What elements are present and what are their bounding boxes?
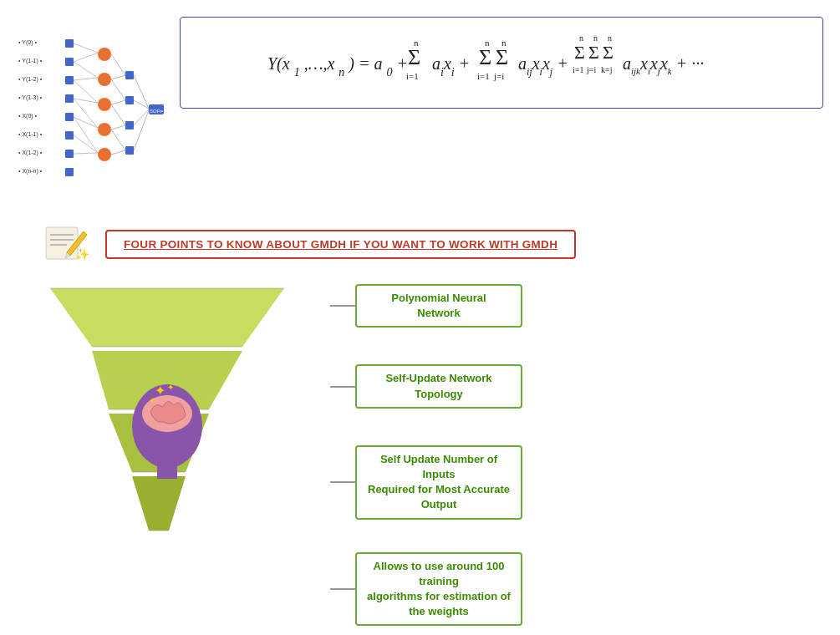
banner-section: ✨ FOUR POINTS TO KNOW ABOUT GMDH IF YOU … bbox=[17, 223, 823, 265]
funnel-label-4: Allows to use around 100 training algori… bbox=[355, 552, 522, 627]
svg-text:i=1: i=1 bbox=[477, 71, 490, 81]
funnel-label-2: Self-Update Network Topology bbox=[355, 364, 522, 408]
svg-line-29 bbox=[74, 78, 98, 80]
svg-text:SOFt•: SOFt• bbox=[150, 109, 163, 114]
svg-marker-82 bbox=[132, 476, 186, 531]
svg-rect-8 bbox=[65, 39, 74, 48]
svg-text:✨: ✨ bbox=[75, 247, 90, 262]
svg-text:• X(n-n) •: • X(n-n) • bbox=[18, 168, 43, 175]
svg-rect-15 bbox=[65, 168, 74, 176]
svg-rect-72 bbox=[46, 227, 78, 259]
svg-text:i=1: i=1 bbox=[406, 71, 419, 81]
svg-line-47 bbox=[134, 100, 149, 109]
svg-text:• X(1-1) •: • X(1-1) • bbox=[18, 131, 43, 138]
banner-link[interactable]: FOUR POINTS TO KNOW ABOUT GMDH IF YOU WA… bbox=[105, 230, 576, 259]
svg-text:✦: ✦ bbox=[149, 396, 155, 405]
svg-text:• Y(1-2) •: • Y(1-2) • bbox=[18, 76, 43, 83]
label-row-1: Polynomial Neural Network bbox=[330, 284, 522, 328]
svg-line-30 bbox=[74, 62, 98, 78]
svg-line-40 bbox=[111, 79, 125, 100]
svg-marker-79 bbox=[50, 288, 284, 347]
svg-line-39 bbox=[111, 75, 125, 79]
top-section: • Y(0) • • Y(1-1) • • Y(1-2) • • Y(1-3) … bbox=[17, 17, 823, 208]
svg-text:• Y(1-3) •: • Y(1-3) • bbox=[18, 94, 43, 101]
svg-text:Σ: Σ bbox=[496, 45, 508, 69]
funnel-labels: Polynomial Neural Network Self-Update Ne… bbox=[330, 280, 522, 626]
svg-text:aijxixj
           +: aijxixj + bbox=[518, 54, 568, 78]
formula-box: Y(x 1 ,…,x n ) = a 0 + n Σ i=1 aixi + n bbox=[180, 17, 823, 109]
svg-text:Y(x
          1
          ,…,x: Y(x 1 ,…,x n ) = a 0 + bbox=[267, 54, 408, 79]
svg-rect-89 bbox=[157, 462, 177, 479]
svg-text:j=i: j=i bbox=[586, 65, 596, 74]
svg-rect-9 bbox=[65, 58, 74, 66]
svg-point-16 bbox=[98, 48, 111, 61]
svg-line-49 bbox=[134, 110, 149, 150]
svg-line-34 bbox=[74, 99, 98, 128]
svg-text:• X(0) •: • X(0) • bbox=[18, 113, 38, 119]
note-icon: ✨ bbox=[42, 223, 92, 265]
svg-text:aixi
           +: aixi + bbox=[432, 54, 470, 79]
svg-rect-24 bbox=[125, 146, 134, 155]
svg-text:Σ: Σ bbox=[479, 45, 491, 69]
svg-point-20 bbox=[98, 148, 111, 161]
svg-text:✦: ✦ bbox=[155, 384, 165, 398]
page-container: • Y(0) • • Y(1-1) • • Y(1-2) • • Y(1-3) … bbox=[0, 0, 840, 635]
svg-text:j=i: j=i bbox=[493, 71, 504, 81]
svg-line-42 bbox=[111, 104, 125, 125]
svg-line-35 bbox=[74, 135, 98, 153]
svg-line-38 bbox=[111, 54, 125, 75]
svg-text:Σ: Σ bbox=[574, 42, 585, 63]
svg-point-17 bbox=[98, 73, 111, 86]
svg-rect-14 bbox=[65, 150, 74, 158]
svg-line-41 bbox=[111, 100, 125, 104]
svg-text:Σ: Σ bbox=[603, 42, 613, 63]
svg-text:Σ: Σ bbox=[408, 45, 420, 69]
funnel-container: ✦ ✦ ✦ bbox=[25, 280, 326, 535]
svg-text:• X(1-2) •: • X(1-2) • bbox=[18, 150, 43, 156]
svg-point-19 bbox=[98, 123, 111, 136]
funnel-label-1: Polynomial Neural Network bbox=[355, 284, 522, 328]
svg-point-18 bbox=[98, 98, 111, 111]
svg-line-48 bbox=[134, 109, 149, 125]
svg-line-45 bbox=[111, 150, 125, 155]
funnel-section: ✦ ✦ ✦ Polynomial Neural Network Self-Upd… bbox=[17, 280, 823, 626]
svg-text:• Y(1-1) •: • Y(1-1) • bbox=[18, 58, 43, 64]
label-row-4: Allows to use around 100 training algori… bbox=[330, 552, 522, 627]
svg-rect-12 bbox=[65, 113, 74, 121]
svg-text:✦: ✦ bbox=[167, 383, 174, 392]
svg-text:• Y(0) •: • Y(0) • bbox=[18, 39, 37, 46]
svg-line-37 bbox=[74, 153, 98, 154]
svg-rect-23 bbox=[125, 121, 134, 130]
nn-diagram: • Y(0) • • Y(1-1) • • Y(1-2) • • Y(1-3) … bbox=[17, 21, 171, 208]
svg-rect-22 bbox=[125, 96, 134, 104]
svg-line-46 bbox=[134, 75, 149, 109]
funnel-label-3: Self Update Number of Inputs Required fo… bbox=[355, 445, 522, 520]
svg-text:Σ: Σ bbox=[588, 42, 599, 63]
svg-line-43 bbox=[111, 125, 125, 130]
svg-rect-11 bbox=[65, 94, 74, 103]
svg-line-27 bbox=[74, 43, 98, 53]
label-row-2: Self-Update Network Topology bbox=[330, 364, 522, 408]
label-row-3: Self Update Number of Inputs Required fo… bbox=[330, 445, 522, 520]
svg-rect-10 bbox=[65, 76, 74, 84]
svg-rect-21 bbox=[125, 71, 134, 79]
svg-line-28 bbox=[74, 53, 98, 62]
svg-line-44 bbox=[111, 130, 125, 150]
svg-text:k=j: k=j bbox=[601, 65, 612, 74]
svg-text:aijkxixjxk
           + ···: aijkxixjxk + ··· bbox=[623, 54, 704, 76]
svg-rect-13 bbox=[65, 131, 74, 140]
svg-text:i=1: i=1 bbox=[573, 65, 583, 74]
